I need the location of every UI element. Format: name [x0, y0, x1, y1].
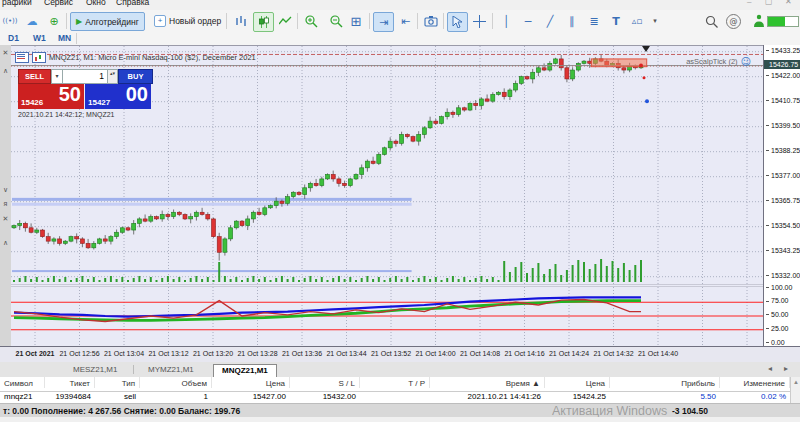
column-header-3[interactable]: Объем	[140, 377, 212, 388]
column-header-6[interactable]: T / P	[360, 377, 430, 388]
shapes-icon[interactable]: ▵▫	[628, 12, 646, 30]
close-button[interactable]: ✕	[785, 0, 792, 6]
chart-plot-area[interactable]: MNQZ21, M1: Micro E-mini Nasdaq-100 ($2)…	[11, 45, 763, 347]
dock-expand2-icon[interactable]: ∧	[1, 239, 10, 247]
last-tick-info: 2021.10.21 14:42:12; MNQZ21	[18, 111, 115, 118]
line-chart-icon[interactable]	[276, 12, 295, 30]
indicator-tick-label: 100.00	[766, 284, 792, 291]
dock-expand-icon[interactable]: ∧	[1, 67, 10, 75]
new-order-label: Новый ордер	[169, 16, 221, 26]
time-axis[interactable]: 21 Oct 202121 Oct 12:5621 Oct 13:0421 Oc…	[0, 346, 800, 363]
menu-charts[interactable]: рафики	[2, 0, 32, 9]
search-icon[interactable]	[702, 12, 721, 30]
cloud-icon[interactable]: ☁	[23, 12, 41, 30]
maximize-button[interactable]: ▢	[765, 0, 773, 6]
table-cell-6	[360, 391, 430, 392]
volume-spinner[interactable]: ▴▾	[107, 69, 118, 84]
sell-price-panel[interactable]: 15426 50	[18, 84, 84, 109]
timeframe-mn[interactable]: MN	[58, 33, 71, 43]
column-header-7[interactable]: Время ▲	[430, 377, 545, 388]
depth-of-market-icon[interactable]	[15, 52, 29, 63]
algo-trading-button[interactable]: ▶ Алготрейдинг	[70, 12, 145, 31]
shapes-dropdown-icon[interactable]: ▾	[646, 12, 664, 30]
positions-table: СимволТикетТипОбъемЦенаS / LT / PВремя ▲…	[0, 377, 800, 403]
tabs-scroll-right-icon[interactable]: ▸	[784, 364, 788, 373]
vertical-line-icon[interactable]: │	[497, 12, 515, 30]
community-icon[interactable]: ⊕	[45, 12, 63, 30]
sell-button[interactable]: SELL	[18, 69, 51, 84]
cursor-icon[interactable]	[447, 12, 468, 32]
new-order-button[interactable]: + Новый ордер	[149, 12, 226, 29]
menu-service[interactable]: Сервис	[44, 0, 73, 9]
timeframe-d1[interactable]: D1	[8, 33, 19, 43]
ea-smiley-icon[interactable]: ☺	[741, 56, 751, 67]
tab-mymz21[interactable]: MYMZ21,M1	[140, 364, 202, 375]
time-tick-label: 21 Oct 14:00	[415, 350, 455, 357]
buy-button[interactable]: BUY	[118, 69, 153, 84]
column-header-5[interactable]: S / L	[290, 377, 360, 388]
table-row[interactable]: mnqz2119394684sell115427.0015432.002021.…	[0, 391, 790, 403]
crosshair-icon[interactable]	[470, 12, 489, 30]
price-tick-label: 15365.75	[766, 197, 800, 204]
menu-help[interactable]: Справка	[116, 0, 149, 9]
timeframe-w1[interactable]: W1	[33, 33, 46, 43]
history-total: -3 104.50	[672, 406, 708, 416]
table-scrollbar[interactable]: ▲	[790, 377, 800, 403]
time-tick-label: 21 Oct 13:28	[237, 350, 277, 357]
mini-chart-icon[interactable]	[32, 52, 46, 63]
buy-price-panel[interactable]: 15427 00	[85, 84, 151, 109]
algo-trading-label: Алготрейдинг	[85, 17, 139, 27]
time-tick-label: 21 Oct 13:36	[282, 350, 322, 357]
table-cell-0: mnqz21	[0, 391, 45, 401]
column-header-1[interactable]: Тикет	[45, 377, 95, 388]
one-click-trading-widget: SELL ▾ 1 ▴▾ BUY 15426 50 15427 00	[18, 69, 151, 109]
dock-close-icon[interactable]: ✕	[1, 49, 10, 57]
trendline-icon[interactable]: ╱	[541, 12, 559, 30]
auto-scroll-icon[interactable]: ⇥	[373, 12, 394, 32]
buy-price-small: 15427	[88, 98, 110, 107]
dock-collapse-icon[interactable]: ∨	[1, 186, 10, 194]
mql5-account-icon[interactable]: @	[726, 14, 741, 29]
menu-window[interactable]: Окно	[86, 0, 106, 9]
column-header-9[interactable]: Прибыль	[610, 377, 720, 388]
table-cell-2: sell	[95, 391, 140, 401]
tabs-scroll-left-icon[interactable]: ◂	[768, 364, 772, 373]
column-header-4[interactable]: Цена	[212, 377, 290, 388]
column-header-0[interactable]: Символ	[0, 377, 45, 388]
channel-icon[interactable]: ∥	[563, 12, 581, 30]
connection-strength-bar	[767, 16, 799, 27]
tab-mesz21[interactable]: MESZ21,M1	[65, 364, 125, 375]
timeframe-bar: D1 W1 MN	[0, 32, 800, 45]
indicator-tick-label: 25.00	[766, 325, 789, 332]
ea-label: asScalpTick (2) ☺	[686, 56, 751, 67]
column-header-10[interactable]: Изменение	[720, 377, 790, 388]
dock-close2-icon[interactable]: ✕	[1, 215, 10, 223]
chart-shift-icon[interactable]: ⇤	[396, 12, 415, 30]
volume-input[interactable]: 1	[62, 69, 108, 84]
camera-icon[interactable]	[421, 12, 440, 30]
price-tick-label: 15410.75	[766, 97, 800, 104]
bar-chart-icon[interactable]	[231, 12, 250, 30]
menu-bar: рафики Сервис Окно Справка – ▢ ✕	[0, 0, 800, 10]
zoom-out-icon[interactable]	[326, 12, 345, 30]
zoom-in-icon[interactable]	[301, 12, 320, 30]
column-header-2[interactable]: Тип	[95, 377, 140, 388]
window-footer	[0, 417, 800, 422]
horizontal-line-icon[interactable]: ─	[519, 12, 537, 30]
current-price-badge: 15426.75	[764, 60, 800, 69]
sell-price-big: 50	[59, 83, 81, 106]
tile-windows-icon[interactable]: ⊞	[347, 12, 365, 30]
fibonacci-icon[interactable]: ≣	[585, 12, 603, 30]
price-axis[interactable]: 15433.2515422.0015410.7515399.5015388.25…	[763, 45, 800, 346]
candlestick-chart-icon[interactable]	[253, 12, 274, 32]
signal-icon[interactable]: ((•))	[1, 12, 19, 30]
text-tool-icon[interactable]: T	[607, 12, 625, 30]
time-tick-label: 21 Oct 14:16	[504, 350, 544, 357]
account-summary: т: 0.00 Пополнение: 4 267.56 Снятие: 0.0…	[3, 406, 240, 416]
column-header-8[interactable]: Цена	[545, 377, 610, 388]
time-tick-label: 21 Oct 12:56	[59, 350, 99, 357]
table-cell-5: 15432.00	[290, 391, 360, 401]
minimize-button[interactable]: –	[747, 0, 751, 6]
indicator-tick-label: 0.00	[766, 339, 785, 346]
table-header[interactable]: СимволТикетТипОбъемЦенаS / LT / PВремя ▲…	[0, 377, 790, 392]
